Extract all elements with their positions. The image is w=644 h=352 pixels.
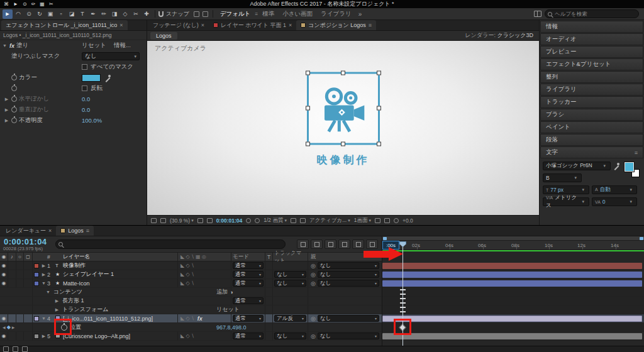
layer-name[interactable]: シェイプレイヤー 1 (63, 270, 177, 278)
toggle-switches-icon[interactable] (3, 346, 9, 352)
position-value[interactable]: 967.8,498.0 (216, 324, 247, 331)
snap-label[interactable]: スナップ (166, 10, 189, 18)
pixel-aspect-icon[interactable] (375, 218, 380, 223)
workspace-tab-small-screen[interactable]: 小さい画面 (279, 10, 316, 18)
selection-handle[interactable] (306, 141, 310, 146)
puppet-pin-tool-icon[interactable]: ✚ (142, 9, 152, 19)
track-row-transform[interactable] (382, 305, 644, 314)
track-row-5[interactable] (382, 332, 644, 341)
parent-dropdown[interactable]: なし▾ (318, 271, 379, 278)
workspace-layout-icon[interactable] (534, 11, 541, 17)
close-icon[interactable]: × (48, 228, 52, 234)
expander-icon[interactable]: ▼ (40, 281, 47, 285)
layer-name[interactable]: [Curioscene Logo--Alt.png] (63, 333, 177, 339)
zoom-tool-icon[interactable]: ⊙ (24, 9, 34, 19)
close-icon[interactable]: × (119, 22, 123, 28)
viewport-timecode[interactable]: 0:00:01:04 (216, 217, 243, 224)
label-color-chip[interactable] (34, 281, 39, 286)
selection-handle[interactable] (377, 70, 381, 75)
menu-icon-5[interactable]: ✂ (49, 1, 53, 7)
opacity-value[interactable]: 100.0% (82, 117, 102, 124)
stopwatch-icon[interactable] (11, 85, 17, 91)
fx-badge[interactable]: fx (197, 316, 203, 322)
sidebar-item-preview[interactable]: プレビュー (540, 46, 643, 58)
blend-mode-dropdown[interactable]: 通常▾ (233, 333, 264, 339)
workspace-tab-default[interactable]: デフォルト (216, 10, 255, 18)
sidebar-item-tracker[interactable]: トラッカー (540, 96, 643, 108)
track-row-3[interactable] (382, 279, 644, 288)
selection-handle[interactable] (341, 70, 345, 75)
solo-toggle[interactable] (16, 314, 25, 322)
sidebar-item-paint[interactable]: ペイント (540, 121, 643, 133)
tab-composition[interactable]: コンポジション Logos ≡ (296, 20, 376, 30)
composition-mini-flowchart-icon[interactable] (297, 239, 309, 249)
tab-footage[interactable]: フッテージ (なし) × (148, 20, 209, 30)
sidebar-item-paragraph[interactable]: 段落 (540, 134, 643, 146)
close-icon[interactable]: × (289, 22, 292, 28)
tab-effect-controls[interactable]: エフェクトコントロール _i_icon_11011_ico × (1, 20, 128, 30)
layer-switches[interactable]: ◣ ◇ ∖ (177, 270, 231, 278)
effect-name[interactable]: 塗り (16, 41, 28, 50)
selection-handle[interactable] (306, 70, 310, 75)
track-row-rectangle[interactable] (382, 297, 644, 305)
sidebar-item-brushes[interactable]: ブラシ (540, 109, 643, 121)
audio-toggle[interactable] (8, 314, 16, 322)
parent-pickwhip-icon[interactable]: ◎ (311, 333, 316, 339)
draft-3d-icon[interactable] (311, 239, 323, 249)
track-row-position[interactable] (382, 323, 644, 332)
zoom-out-icon[interactable] (13, 346, 18, 352)
expander-icon[interactable]: ▶ (54, 307, 60, 312)
expander-icon[interactable]: ▼ (45, 290, 51, 294)
camera-tool-icon[interactable]: ▣ (45, 9, 55, 19)
eye-toggle[interactable]: ◉ (0, 270, 8, 278)
menu-icon-1[interactable]: ► (13, 1, 18, 7)
audio-toggle[interactable] (8, 261, 16, 270)
layer-name[interactable]: [_i_ico...011_icon_110110_512.png] (63, 316, 177, 322)
blend-mode-dropdown[interactable]: 通常▾ (233, 315, 264, 322)
blend-mode-dropdown[interactable]: 通常▾ (233, 271, 264, 278)
label-color-chip[interactable] (34, 316, 39, 321)
solo-toggle[interactable] (16, 261, 25, 270)
view-tab-logos[interactable]: Logos (150, 32, 177, 40)
camera-view-dropdown[interactable]: アクティブカ... ▾ (309, 217, 350, 224)
stopwatch-icon[interactable] (11, 107, 17, 113)
navigator-end-handle[interactable] (640, 237, 643, 240)
expander-icon[interactable]: ▼ (40, 316, 47, 321)
layer-name[interactable]: 映像制作 (63, 261, 177, 270)
guides-icon[interactable] (160, 218, 166, 223)
fast-preview-icon[interactable] (384, 218, 390, 223)
selection-handle[interactable] (306, 106, 310, 110)
layer-row-2[interactable]: ◉ ▶ 2 ★ シェイプレイヤー 1 ◣ ◇ ∖ 通常▾ なし▾ (0, 270, 382, 279)
track-row-1[interactable] (382, 261, 644, 270)
tab-layer[interactable]: レイヤー ホワイト 平面 1 × (209, 20, 296, 30)
help-search-input[interactable] (555, 11, 624, 17)
transform-row[interactable]: ▶ トランスフォーム リセット (0, 305, 382, 314)
layer-switches[interactable]: ◣ ◇ ∖ (177, 261, 231, 270)
parent-dropdown[interactable]: なし▾ (318, 315, 379, 322)
next-keyframe-icon[interactable]: ▶ (12, 325, 15, 329)
mask-visibility-icon[interactable] (207, 218, 213, 223)
stopwatch-icon[interactable] (11, 75, 17, 80)
vertical-feather-value[interactable]: 0.0 (82, 106, 90, 113)
apple-menu-icon[interactable]: ⌘ (4, 1, 9, 7)
eraser-tool-icon[interactable]: ◇ (120, 9, 130, 19)
layer-duration-bar[interactable] (382, 263, 642, 269)
layer-switches[interactable]: ◣ ◇ ∖ (177, 279, 231, 287)
invert-checkbox[interactable] (82, 85, 87, 91)
expander-icon[interactable]: ▶ (40, 334, 47, 339)
all-masks-checkbox[interactable] (82, 64, 87, 70)
color-swatch[interactable] (82, 74, 101, 82)
layer-row-3[interactable]: ◉ ▼ 3 ★ Matte-Icon ◣ ◇ ∖ 通常▾ なし▾ (0, 279, 382, 288)
track-matte-dropdown[interactable]: アル反▾ (274, 315, 306, 322)
transform-label[interactable]: トランスフォーム (62, 305, 108, 314)
layer-switches[interactable]: ◣ ◇ ∖fx (177, 314, 231, 322)
current-timecode[interactable]: 0:00:01:04 (4, 237, 47, 246)
renderer-info[interactable]: レンダラー: クラシック3D (465, 31, 536, 40)
parent-dropdown[interactable]: なし▾ (318, 333, 379, 339)
blend-mode-dropdown[interactable]: 通常▾ (233, 262, 264, 269)
clone-stamp-tool-icon[interactable]: ◨ (109, 9, 119, 19)
timeline-search-input[interactable] (65, 241, 254, 248)
contents-label[interactable]: コンテンツ (53, 288, 82, 296)
leading-dropdown[interactable]: A自動 ▾ (592, 185, 637, 194)
type-tool-icon[interactable]: T (77, 9, 87, 19)
